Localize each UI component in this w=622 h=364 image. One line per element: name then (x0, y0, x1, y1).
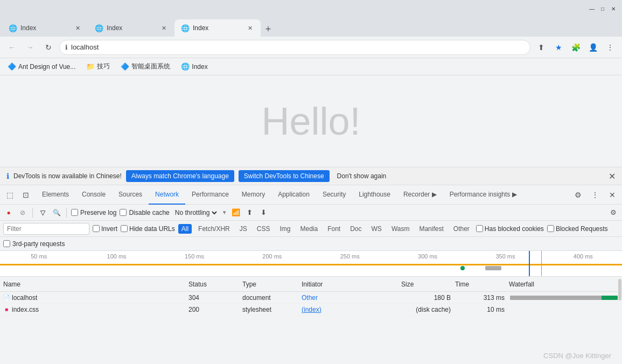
bookmark-index[interactable]: 🌐 Index (178, 61, 211, 72)
tab-0-close[interactable]: ✕ (73, 24, 82, 32)
maximize-button[interactable]: □ (598, 4, 607, 13)
filter-type-doc[interactable]: Doc (347, 224, 365, 234)
th-time[interactable]: Time (455, 281, 509, 288)
scrollbar-thumb[interactable] (618, 279, 621, 300)
filter-type-js[interactable]: JS (236, 224, 250, 234)
filter-type-wasm[interactable]: Wasm (388, 224, 413, 234)
switch-chinese-button[interactable]: Switch DevTools to Chinese (239, 170, 330, 182)
third-party-checkbox[interactable] (3, 240, 10, 247)
throttle-arrow: ▼ (222, 209, 227, 215)
filter-icon[interactable]: ▽ (37, 207, 48, 218)
bookmark-ant-design[interactable]: 🔷 Ant Design of Vue... (4, 61, 79, 72)
filter-type-font[interactable]: Font (324, 224, 344, 234)
tl-label-400: 400 ms (544, 253, 622, 260)
new-tab-button[interactable]: + (261, 22, 276, 37)
has-blocked-label[interactable]: Has blocked cookies (476, 225, 544, 233)
disable-cache-checkbox[interactable] (120, 209, 127, 216)
record-button[interactable]: ● (3, 207, 14, 218)
table-row[interactable]: ■ index.css 200 stylesheet (index) (disk… (0, 304, 622, 316)
tab-performance[interactable]: Performance (185, 185, 235, 205)
table-row[interactable]: 📄 localhost 304 document Other 180 B 313… (0, 292, 622, 304)
filter-type-media[interactable]: Media (297, 224, 321, 234)
minimize-button[interactable]: — (588, 4, 596, 13)
preserve-log-checkbox[interactable] (71, 209, 78, 216)
tab-console[interactable]: Console (75, 185, 112, 205)
network-settings-icon[interactable]: ⚙ (608, 207, 619, 218)
filter-type-manifest[interactable]: Manifest (416, 224, 446, 234)
tab-2-close[interactable]: ✕ (246, 24, 254, 32)
third-party-label[interactable]: 3rd-party requests (3, 240, 65, 248)
close-window-button[interactable]: ✕ (609, 4, 618, 13)
throttle-select[interactable]: No throttling (173, 208, 219, 217)
th-waterfall[interactable]: Waterfall ▲ (509, 281, 622, 288)
tab-perf-insights[interactable]: Performance insights ▶ (443, 185, 523, 205)
tab-sources[interactable]: Sources (112, 185, 149, 205)
tab-2[interactable]: 🌐 Index ✕ (174, 19, 261, 37)
toolbar-separator-1 (32, 208, 33, 218)
tab-security[interactable]: Security (316, 185, 352, 205)
has-blocked-checkbox[interactable] (476, 225, 483, 232)
th-status[interactable]: Status (188, 281, 242, 288)
row-type-index-css: stylesheet (242, 306, 302, 313)
tab-application[interactable]: Application (271, 185, 316, 205)
filter-type-fetch[interactable]: Fetch/XHR (195, 224, 233, 234)
th-initiator[interactable]: Initiator (302, 281, 401, 288)
forward-button[interactable]: → (23, 40, 38, 55)
tab-0[interactable]: 🌐 Index ✕ (2, 19, 88, 37)
devtools-inspect-icon[interactable]: ⬚ (2, 187, 17, 202)
row-waterfall-index-css (509, 304, 622, 316)
preserve-log-label[interactable]: Preserve log (71, 209, 116, 216)
filter-type-ws[interactable]: WS (368, 224, 385, 234)
filter-type-img[interactable]: Img (276, 224, 293, 234)
scrollbar[interactable] (618, 277, 622, 316)
tab-network[interactable]: Network (149, 185, 185, 205)
url-bar[interactable]: ℹ localhost (59, 40, 530, 55)
blocked-requests-checkbox[interactable] (547, 225, 554, 232)
profile-icon[interactable]: 👤 (585, 40, 600, 55)
filter-type-other[interactable]: Other (450, 224, 473, 234)
reload-button[interactable]: ↻ (41, 40, 56, 55)
notification-close-icon[interactable]: ✕ (609, 171, 616, 181)
back-button[interactable]: ← (4, 40, 19, 55)
devtools-dock-icon[interactable]: ⊡ (18, 187, 33, 202)
tab-elements[interactable]: Elements (36, 185, 75, 205)
menu-icon[interactable]: ⋮ (603, 40, 618, 55)
row-name-index-css: ■ index.css (0, 306, 188, 313)
invert-label[interactable]: Invert (93, 225, 117, 233)
hide-data-urls-label[interactable]: Hide data URLs (121, 225, 175, 233)
tab-1-close[interactable]: ✕ (159, 24, 168, 32)
wifi-icon[interactable]: 📶 (230, 207, 241, 218)
match-language-button[interactable]: Always match Chrome's language (126, 170, 234, 182)
bookmark-tips[interactable]: 📁 技巧 (83, 61, 113, 72)
hide-data-urls-checkbox[interactable] (121, 225, 128, 232)
download-icon[interactable]: ⬇ (258, 207, 269, 218)
bookmark-smart-icon: 🔷 (121, 62, 129, 71)
filter-type-all[interactable]: All (178, 224, 192, 234)
tab-lighthouse[interactable]: Lighthouse (352, 185, 397, 205)
extensions-icon[interactable]: 🧩 (568, 40, 583, 55)
th-type[interactable]: Type (242, 281, 302, 288)
th-size[interactable]: Size (401, 281, 455, 288)
search-icon[interactable]: 🔍 (51, 207, 62, 218)
devtools-close-icon[interactable]: ✕ (605, 187, 620, 202)
devtools-settings-icon[interactable]: ⚙ (570, 187, 585, 202)
blocked-requests-label[interactable]: Blocked Requests (547, 225, 608, 233)
invert-checkbox[interactable] (93, 225, 100, 232)
th-name[interactable]: Name (0, 281, 188, 288)
dont-show-again-button[interactable]: Don't show again (334, 170, 390, 182)
bookmark-star-icon[interactable]: ★ (551, 40, 566, 55)
bookmark-smart-desktop[interactable]: 🔷 智能桌面系统 (117, 61, 173, 72)
clear-button[interactable]: ⊘ (17, 207, 28, 218)
tab-recorder[interactable]: Recorder ▶ (397, 185, 443, 205)
window-controls: — □ ✕ (588, 4, 618, 13)
share-icon[interactable]: ⬆ (534, 40, 549, 55)
upload-icon[interactable]: ⬆ (244, 207, 255, 218)
row-name-localhost: 📄 localhost (0, 294, 188, 302)
filter-input[interactable] (3, 223, 89, 235)
disable-cache-label[interactable]: Disable cache (120, 209, 169, 216)
row-initiator-index-css[interactable]: (index) (302, 306, 401, 313)
tab-memory[interactable]: Memory (235, 185, 271, 205)
devtools-more-icon[interactable]: ⋮ (588, 187, 603, 202)
tab-1[interactable]: 🌐 Index ✕ (88, 19, 174, 37)
filter-type-css[interactable]: CSS (254, 224, 274, 234)
